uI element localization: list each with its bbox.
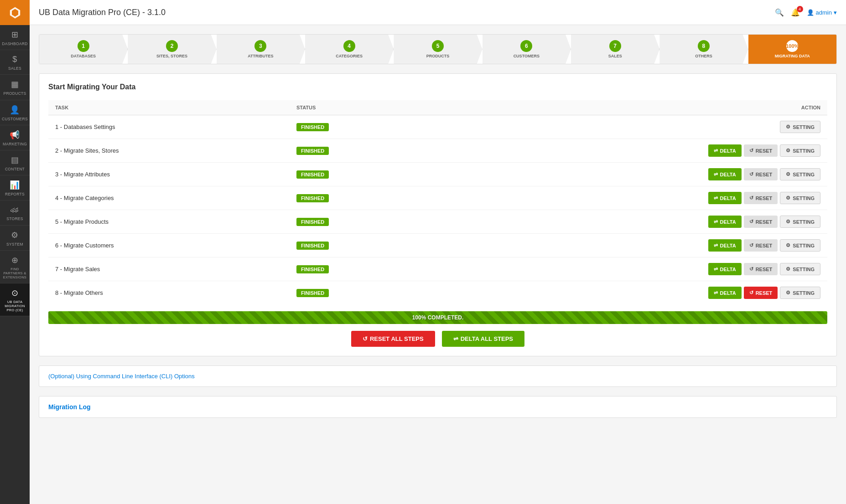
migration-log-title: Migration Log bbox=[48, 403, 827, 411]
action-group: ⇌ DELTA↺ RESET⚙ SETTING bbox=[441, 263, 820, 275]
setting-button[interactable]: ⚙ SETTING bbox=[780, 239, 820, 252]
chevron-down-icon: ▾ bbox=[834, 9, 837, 16]
status-cell: FINISHED bbox=[290, 139, 434, 163]
reset-icon: ↺ bbox=[749, 242, 753, 248]
action-group: ⚙ SETTING bbox=[441, 121, 820, 133]
task-cell: 3 - Migrate Attributes bbox=[48, 163, 290, 186]
step-circle-4: 4 bbox=[343, 40, 355, 52]
step-sites-stores[interactable]: 2 SITES, STORES bbox=[128, 35, 216, 64]
bell-icon[interactable]: 🔔 4 bbox=[791, 8, 800, 17]
ub-migration-icon: ⊙ bbox=[11, 288, 18, 298]
delta-icon: ⇌ bbox=[714, 148, 718, 154]
sidebar-item-content[interactable]: ▤ Content bbox=[0, 150, 30, 175]
delta-button[interactable]: ⇌ DELTA bbox=[708, 287, 742, 299]
delta-all-button[interactable]: ⇌ DELTA ALL STEPS bbox=[442, 331, 524, 347]
reset-button[interactable]: ↺ RESET bbox=[744, 263, 778, 275]
sidebar-item-customers[interactable]: 👤 Customers bbox=[0, 100, 30, 125]
sidebar-item-reports[interactable]: 📊 Reports bbox=[0, 175, 30, 201]
admin-link[interactable]: 👤 admin ▾ bbox=[807, 9, 837, 16]
step-products[interactable]: 5 PRODUCTS bbox=[394, 35, 482, 64]
status-badge: FINISHED bbox=[296, 242, 329, 250]
reset-button[interactable]: ↺ RESET bbox=[744, 216, 778, 228]
find-partners-icon: ⊕ bbox=[11, 255, 18, 265]
reset-all-button[interactable]: ↺ RESET ALL STEPS bbox=[351, 331, 435, 347]
action-cell: ⇌ DELTA↺ RESET⚙ SETTING bbox=[434, 139, 827, 163]
step-migrating-data[interactable]: 100% MIGRATING DATA bbox=[748, 35, 836, 64]
task-cell: 6 - Migrate Customers bbox=[48, 234, 290, 257]
step-databases[interactable]: 1 DATABASES bbox=[39, 35, 128, 64]
step-sales[interactable]: 7 SALES bbox=[571, 35, 659, 64]
sidebar-item-ub-migration[interactable]: ⊙ UB Data Migration Pro (CE) bbox=[0, 283, 30, 316]
step-categories[interactable]: 4 CATEGORIES bbox=[305, 35, 394, 64]
step-label-active: MIGRATING DATA bbox=[775, 54, 810, 58]
reset-danger-button[interactable]: ↺ RESET bbox=[744, 287, 778, 299]
gear-icon: ⚙ bbox=[786, 242, 790, 248]
step-circle-6: 6 bbox=[520, 40, 532, 52]
setting-button[interactable]: ⚙ SETTING bbox=[780, 168, 820, 180]
gear-icon: ⚙ bbox=[786, 148, 790, 154]
sidebar-item-marketing[interactable]: 📢 Marketing bbox=[0, 125, 30, 150]
task-cell: 4 - Migrate Categories bbox=[48, 186, 290, 210]
notification-badge: 4 bbox=[797, 6, 803, 12]
sidebar-item-stores[interactable]: 🏎 Stores bbox=[0, 201, 30, 225]
sidebar-item-products[interactable]: ▦ Products bbox=[0, 75, 30, 100]
sidebar-logo bbox=[0, 0, 30, 25]
delta-button[interactable]: ⇌ DELTA bbox=[708, 192, 742, 204]
step-others[interactable]: 8 OTHERS bbox=[659, 35, 748, 64]
step-circle-7: 7 bbox=[609, 40, 621, 52]
sidebar-item-system[interactable]: ⚙ System bbox=[0, 226, 30, 251]
status-cell: FINISHED bbox=[290, 234, 434, 257]
status-badge: FINISHED bbox=[296, 170, 329, 179]
delta-all-icon: ⇌ bbox=[453, 335, 458, 342]
reset-button[interactable]: ↺ RESET bbox=[744, 192, 778, 204]
setting-button[interactable]: ⚙ SETTING bbox=[780, 216, 820, 228]
reset-button[interactable]: ↺ RESET bbox=[744, 144, 778, 157]
setting-button[interactable]: ⚙ SETTING bbox=[780, 144, 820, 157]
step-attributes[interactable]: 3 ATTRIBUTES bbox=[217, 35, 305, 64]
progress-wrap: 100% COMPLETED. bbox=[48, 311, 827, 324]
sidebar-item-find-partners[interactable]: ⊕ Find Partners & Extensions bbox=[0, 251, 30, 283]
action-group: ⇌ DELTA↺ RESET⚙ SETTING bbox=[441, 239, 820, 252]
header-actions: 🔍 🔔 4 👤 admin ▾ bbox=[775, 8, 837, 17]
delta-button[interactable]: ⇌ DELTA bbox=[708, 216, 742, 228]
reset-button[interactable]: ↺ RESET bbox=[744, 168, 778, 180]
content-area: 1 DATABASES 2 SITES, STORES 3 ATTRIBUTES… bbox=[30, 25, 846, 504]
table-row: 3 - Migrate AttributesFINISHED⇌ DELTA↺ R… bbox=[48, 163, 827, 186]
sidebar-item-sales[interactable]: $ Sales bbox=[0, 50, 30, 75]
status-badge: FINISHED bbox=[296, 289, 329, 297]
admin-label: admin bbox=[816, 9, 832, 16]
optional-link[interactable]: (Optional) Using Command Line Interface … bbox=[48, 373, 195, 380]
status-badge: FINISHED bbox=[296, 265, 329, 273]
step-customers[interactable]: 6 CUSTOMERS bbox=[483, 35, 571, 64]
action-group: ⇌ DELTA↺ RESET⚙ SETTING bbox=[441, 287, 820, 299]
step-circle-active: 100% bbox=[786, 40, 798, 52]
search-icon[interactable]: 🔍 bbox=[775, 8, 784, 17]
delta-button[interactable]: ⇌ DELTA bbox=[708, 239, 742, 252]
setting-button[interactable]: ⚙ SETTING bbox=[780, 287, 820, 299]
sidebar-item-label: Reports bbox=[5, 192, 25, 196]
reset-button[interactable]: ↺ RESET bbox=[744, 239, 778, 252]
delta-button[interactable]: ⇌ DELTA bbox=[708, 263, 742, 275]
delta-icon: ⇌ bbox=[714, 171, 718, 177]
setting-button[interactable]: ⚙ SETTING bbox=[780, 192, 820, 204]
sidebar-item-dashboard[interactable]: ⊞ Dashboard bbox=[0, 25, 30, 50]
step-circle-2: 2 bbox=[166, 40, 178, 52]
setting-button[interactable]: ⚙ SETTING bbox=[780, 263, 820, 275]
status-cell: FINISHED bbox=[290, 257, 434, 281]
setting-button[interactable]: ⚙ SETTING bbox=[780, 121, 820, 133]
table-row: 7 - Migrate SalesFINISHED⇌ DELTA↺ RESET⚙… bbox=[48, 257, 827, 281]
status-cell: FINISHED bbox=[290, 186, 434, 210]
gear-icon: ⚙ bbox=[786, 171, 790, 177]
table-row: 1 - Databases SettingsFINISHED⚙ SETTING bbox=[48, 115, 827, 139]
delta-icon: ⇌ bbox=[714, 242, 718, 248]
task-cell: 7 - Migrate Sales bbox=[48, 257, 290, 281]
customers-icon: 👤 bbox=[10, 105, 20, 115]
table-row: 6 - Migrate CustomersFINISHED⇌ DELTA↺ RE… bbox=[48, 234, 827, 257]
header: UB Data Migration Pro (CE) - 3.1.0 🔍 🔔 4… bbox=[30, 0, 846, 25]
delta-button[interactable]: ⇌ DELTA bbox=[708, 144, 742, 157]
reset-icon: ↺ bbox=[749, 219, 753, 225]
step-circle-1: 1 bbox=[78, 40, 89, 52]
delta-icon: ⇌ bbox=[714, 219, 718, 225]
delta-button[interactable]: ⇌ DELTA bbox=[708, 168, 742, 180]
action-cell: ⇌ DELTA↺ RESET⚙ SETTING bbox=[434, 210, 827, 234]
